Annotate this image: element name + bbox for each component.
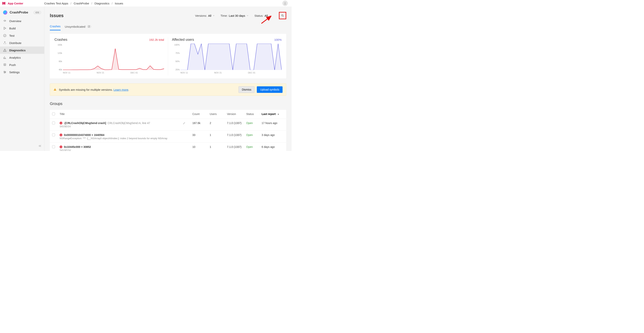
chart-xticks: NOV 11 NOV 21 DEC 01: [63, 71, 164, 75]
breadcrumb-item[interactable]: Issues: [115, 2, 123, 5]
charts-panel: Crashes 192.2k total 160k 120k 80k 40k N…: [50, 34, 286, 78]
dismiss-button[interactable]: Dismiss: [238, 86, 254, 93]
page-title: Issues: [50, 13, 195, 18]
sidebar-item-label: Build: [9, 27, 16, 30]
chart-xticks: NOV 11 NOV 21 DEC 01: [180, 71, 282, 75]
select-all-checkbox[interactable]: [52, 112, 55, 115]
banner-link[interactable]: Learn more: [114, 88, 128, 91]
sidebar-item-label: Push: [9, 63, 16, 66]
tab-crashes[interactable]: Crashes: [50, 25, 60, 30]
chart-title: Crashes: [54, 38, 149, 42]
col-count[interactable]: Count: [190, 110, 207, 119]
app-name: CrashProbe: [10, 10, 34, 14]
filter-versions[interactable]: Versions: All: [195, 14, 215, 17]
upload-symbols-button[interactable]: Upload symbols: [257, 86, 282, 93]
symbols-banner: Symbols are missing for multiple version…: [50, 83, 286, 96]
main: Issues Versions: All Time: Last 30 days …: [44, 6, 292, 151]
svg-point-6: [4, 72, 5, 73]
page-header: Issues Versions: All Time: Last 30 days …: [50, 12, 286, 19]
bars-icon: [3, 56, 6, 59]
group-subtype: SIGSEGV: [60, 149, 178, 151]
svg-point-4: [4, 71, 4, 72]
col-users[interactable]: Users: [207, 110, 225, 119]
group-users: 1: [207, 143, 225, 151]
check-circle-icon: [3, 34, 6, 37]
breadcrumb-item[interactable]: Diagnostics: [94, 2, 110, 5]
svg-rect-9: [55, 90, 55, 90]
table-header-row: Title Count Users Version Status Last re…: [50, 110, 286, 119]
user-icon: [284, 2, 286, 5]
chart-crashes: Crashes 192.2k total 160k 120k 80k 40k N…: [54, 38, 168, 75]
chart-plot: [63, 44, 164, 70]
tab-badge: 2: [87, 25, 91, 28]
play-icon: [3, 26, 6, 30]
group-count: 187.6k: [190, 119, 207, 131]
sidebar-item-settings[interactable]: Settings: [0, 68, 44, 76]
table-row[interactable]: ✶ 0x0000000104374000 + 1640564 NSRangeEx…: [50, 131, 286, 143]
chart-yticks: 100% 75% 50% 25%: [172, 44, 180, 71]
sidebar-collapse[interactable]: [38, 144, 42, 148]
col-version[interactable]: Version: [225, 110, 244, 119]
svg-point-7: [282, 14, 283, 16]
svg-point-5: [5, 72, 6, 72]
group-lastreport: 6 days ago: [259, 143, 286, 151]
sidebar-item-test[interactable]: Test: [0, 32, 44, 39]
group-users: 2: [207, 119, 225, 131]
col-last-report[interactable]: Last report: [259, 110, 286, 119]
chevrons-left-icon: [38, 144, 42, 148]
avatar[interactable]: [282, 0, 288, 6]
sidebar-item-label: Overview: [9, 19, 21, 23]
app-icon: [3, 10, 7, 14]
edit-icon[interactable]: [183, 122, 186, 125]
svg-point-1: [4, 34, 6, 37]
sidebar-item-diagnostics[interactable]: Diagnostics: [0, 46, 44, 54]
group-title: -[CRLCrashObjCMsgSend crash]: [64, 121, 106, 125]
sidebar-item-push[interactable]: Push: [0, 61, 44, 68]
row-checkbox[interactable]: [52, 145, 55, 148]
chevron-down-icon: [269, 14, 271, 17]
col-title[interactable]: Title: [57, 110, 180, 119]
warning-icon: [3, 48, 6, 52]
breadcrumb-item[interactable]: CrashProbe: [74, 2, 89, 5]
search-button[interactable]: [279, 12, 286, 19]
table-row[interactable]: ✶ 0x10445c000 + 30852 SIGSEGV 10 1 7.1.0…: [50, 143, 286, 151]
group-count: 33: [190, 131, 207, 143]
row-checkbox[interactable]: [52, 121, 55, 124]
group-detail: CRLCrashObjCMsgSend.m, line 47: [108, 121, 150, 125]
svg-rect-8: [55, 89, 55, 90]
chart-total: 192.2k total: [149, 38, 164, 41]
sidebar-item-analytics[interactable]: Analytics: [0, 54, 44, 61]
filter-time[interactable]: Time: Last 30 days: [221, 14, 249, 17]
sidebar-item-overview[interactable]: Overview: [0, 17, 44, 25]
chart-total: 100%: [274, 38, 282, 41]
group-users: 1: [207, 131, 225, 143]
brand[interactable]: App Center: [2, 1, 44, 5]
breadcrumb: Crashes Test Apps/ CrashProbe/ Diagnosti…: [44, 2, 123, 5]
sidebar-item-distribute[interactable]: Distribute: [0, 39, 44, 46]
search-icon: [281, 14, 284, 17]
groups-heading: Groups: [50, 101, 286, 106]
crash-icon: ✶: [60, 122, 62, 124]
group-version: 7.1.0 (1337): [225, 143, 244, 151]
group-status: Open: [246, 145, 253, 148]
group-subtype: NSRangeException: *** -[__NSArray0 objec…: [60, 137, 178, 140]
chart-title: Affected users: [172, 38, 274, 42]
filter-status[interactable]: Status: All: [254, 14, 271, 17]
table-row[interactable]: ✶ -[CRLCrashObjCMsgSend crash] CRLCrashO…: [50, 119, 286, 131]
chart-users: Affected users 100% 100% 75% 50% 25% NOV…: [168, 38, 282, 75]
svg-point-2: [4, 51, 5, 51]
breadcrumb-item[interactable]: Crashes Test Apps: [44, 2, 68, 5]
sidebar-item-build[interactable]: Build: [0, 25, 44, 32]
col-status[interactable]: Status: [244, 110, 259, 119]
groups-table: Title Count Users Version Status Last re…: [50, 110, 286, 151]
arrow-down-icon: [277, 113, 280, 115]
push-icon: [3, 63, 6, 66]
tabs: Crashes Unsymbolicated 2: [50, 25, 286, 30]
group-status: Open: [246, 133, 253, 136]
brand-label: App Center: [8, 2, 23, 5]
group-status: Open: [246, 121, 253, 125]
tab-unsymbolicated[interactable]: Unsymbolicated 2: [65, 25, 91, 30]
sidebar-item-label: Distribute: [9, 41, 21, 45]
row-checkbox[interactable]: [52, 133, 55, 136]
sidebar-item-label: Analytics: [9, 56, 21, 59]
